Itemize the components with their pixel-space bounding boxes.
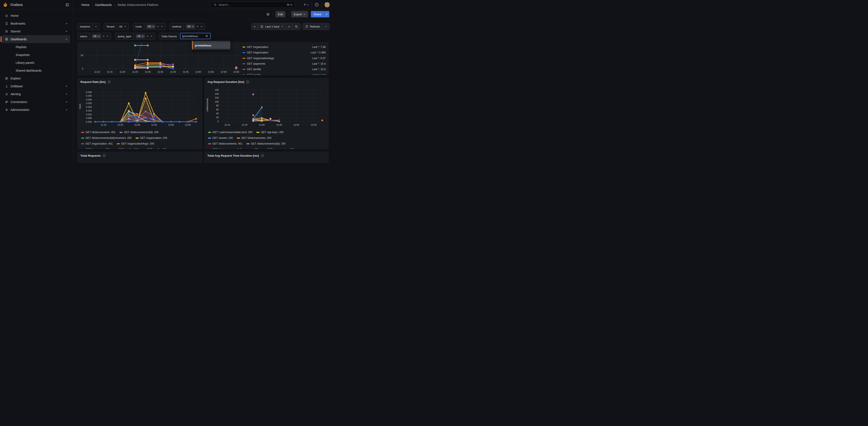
legend-item[interactable]: GET /profile Last *: 15.8 [242,66,326,72]
filter-status[interactable]: statusAll× × [78,33,111,40]
datasource-search-input[interactable]: prometheus [180,33,211,39]
legend-item[interactable]: GET /organization Last *: 7.36 [242,44,326,50]
info-icon[interactable] [261,154,264,157]
edit-button[interactable]: Edit [276,11,285,18]
chip-remove-icon[interactable]: × [142,35,144,38]
panel-title[interactable]: Avg Request Duration [5m] [208,80,249,84]
legend-item[interactable]: GET /disbursements/{id}: 200 [246,142,285,145]
refresh-interval-button[interactable] [322,23,329,30]
sidebar-item-starred[interactable]: Starred [2,27,70,35]
sidebar-item-playlists[interactable]: Playlists [2,43,70,51]
sidebar-item-label: Home [10,14,19,18]
datasource-option-prometheus[interactable]: prometheus [193,42,230,48]
export-button[interactable]: Export [291,11,308,18]
time-shift-forward-button[interactable]: » [286,23,292,30]
sidebar-item-bookmarks[interactable]: Bookmarks [2,20,70,27]
panel-title[interactable]: Total Requests [81,154,106,157]
sidebar-item-drilldown[interactable]: Drilldown [2,82,70,90]
filter-clear-icon[interactable]: × [103,35,104,38]
legend-item[interactable]: GET /disbursements/{id}: 200 [120,131,158,134]
filter-chip[interactable]: All× [92,34,101,38]
chevron-down-icon[interactable] [95,25,97,28]
sidebar-item-shared-dashboards[interactable]: Shared dashboards [2,66,70,74]
sidebar-item-library-panels[interactable]: Library panels [2,59,70,66]
help-icon[interactable]: ? [315,3,319,7]
legend-item[interactable]: GET /disbursements: 401 [81,131,116,134]
legend-color-marker [256,132,259,133]
legend-item[interactable]: GET /organization/logo Last *: 5.07 [242,56,326,61]
add-new-button[interactable]: + [304,3,309,6]
sidebar-item-connections[interactable]: Connections [2,98,70,106]
filter-method[interactable]: methodAll× × [169,23,205,30]
filter-tenant[interactable]: TenantAll [104,23,129,30]
sidebar-item-administration[interactable]: Administration [2,106,70,114]
filter-query_type[interactable]: query_typeAll× × [115,33,155,40]
filter-clear-icon[interactable]: × [197,25,198,28]
legend-item[interactable]: GET /api-keys: 200 [256,131,283,134]
y-tick-label: 50 [81,54,83,57]
chevron-down-icon[interactable] [65,85,68,88]
legend-item[interactable]: GET /profile: 401 [142,148,166,149]
info-icon[interactable] [246,80,249,84]
breadcrumb-dashboards[interactable]: Dashboards [95,3,112,6]
chevron-down-icon[interactable] [161,25,163,28]
star-dashboard-icon[interactable] [266,12,270,16]
legend-item[interactable]: GET /organization: 200 [262,148,294,149]
legend-item[interactable]: GET /organization: 401 [81,142,113,145]
breadcrumb-home[interactable]: Home [82,3,90,6]
chevron-down-icon[interactable] [150,35,153,37]
chip-remove-icon[interactable]: × [98,35,100,38]
chevron-up-icon[interactable] [65,38,68,40]
y-tick-label: 160 [215,89,218,91]
filter-chip[interactable]: All× [136,34,145,38]
legend-item[interactable]: GET /payments: 200 [81,148,110,149]
search-input[interactable]: Search... ⌘+k [211,1,295,8]
chip-remove-icon[interactable]: × [192,25,193,28]
chevron-down-icon[interactable] [200,25,203,28]
share-options-button[interactable] [324,11,329,18]
y-tick-label: 20 [216,116,218,119]
filter-clear-icon[interactable]: × [157,25,159,28]
sidebar-item-snapshots[interactable]: Snapshots [2,51,70,59]
legend-item[interactable]: GET /disbursements/{id}/receivers: 200 [81,136,132,140]
panel-title[interactable]: Request Rate [5m] [81,80,111,84]
filter-chip[interactable]: All× [186,25,195,29]
filter-chip[interactable]: All× [147,25,156,29]
panel-title[interactable]: Total Avg Request Time Duration [ms] [208,154,264,157]
chevron-down-icon[interactable] [65,101,68,103]
legend-item[interactable]: GET /payments Last *: 10.4 [242,61,326,66]
chevron-down-icon[interactable] [65,109,68,111]
legend-item[interactable]: GET /.well-known/stellar.toml: 200 [208,131,253,134]
share-button[interactable]: Share [311,11,324,18]
chevron-down-icon[interactable] [65,22,68,25]
time-range-picker[interactable]: Last 1 hour [258,23,286,30]
user-avatar[interactable] [324,2,330,7]
legend-item[interactable]: GET /profile Last *: 1.44 [242,72,326,75]
legend-item[interactable]: GET /disbursements/{id}/receivers: 200 [208,148,258,149]
chevron-down-icon[interactable] [124,25,126,28]
zoom-out-button[interactable] [292,23,300,30]
legend-item[interactable]: GET /disbursements: 200 [237,136,272,140]
chevron-down-icon[interactable] [65,30,68,33]
legend-item[interactable]: GET /disbursements: 401 [208,142,243,145]
chevron-down-icon[interactable] [65,93,68,95]
filter-clear-icon[interactable]: × [147,35,148,38]
info-icon[interactable] [107,80,111,84]
legend-item[interactable]: GET /organization/logo: 200 [117,142,154,145]
sidebar-toggle-icon[interactable] [65,3,69,7]
legend-item[interactable]: GET /organization Last *: 0.489 [242,50,326,55]
legend-item[interactable]: GET /assets: 200 [208,136,233,140]
sidebar-item-home[interactable]: Home [2,12,70,20]
chip-remove-icon[interactable]: × [152,25,154,28]
chevron-down-icon[interactable] [106,35,109,37]
sidebar-item-explore[interactable]: Explore [2,74,70,82]
filter-instance[interactable]: instance [78,23,100,30]
filter-route[interactable]: routeAll× × [133,23,165,30]
sidebar-item-dashboards[interactable]: Dashboards [2,35,70,43]
legend-item[interactable]: GET /organization: 200 [135,136,167,140]
refresh-button[interactable]: Refresh [303,23,322,30]
sidebar-item-alerting[interactable]: Alerting [2,90,70,98]
time-shift-back-button[interactable]: « [252,23,258,30]
info-icon[interactable] [102,154,106,157]
legend-item[interactable]: GET /profile: 200 [114,148,138,149]
